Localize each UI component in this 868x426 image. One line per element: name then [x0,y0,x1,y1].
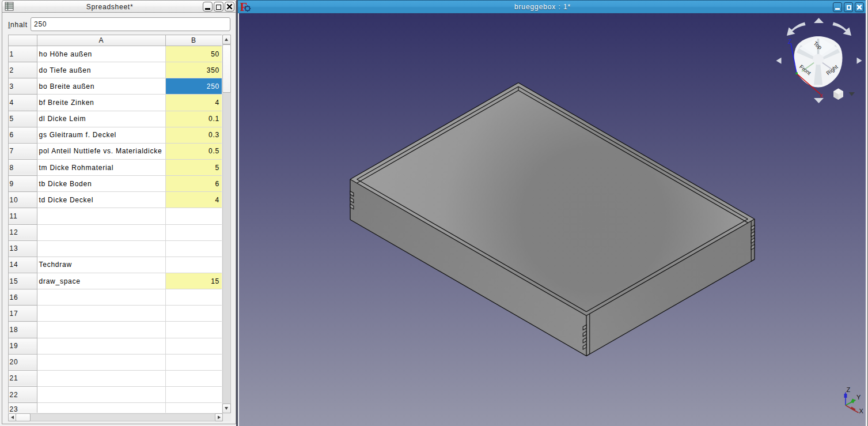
svg-text:Y: Y [856,394,861,401]
svg-text:x: x [820,92,823,99]
svg-text:Z: Z [847,386,851,393]
svg-text:X: X [859,408,864,414]
svg-text:Z: Z [788,39,791,45]
